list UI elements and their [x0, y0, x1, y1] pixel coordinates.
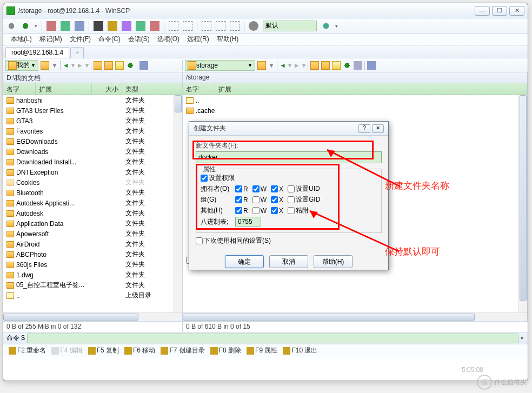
minimize-button[interactable]: — [475, 6, 490, 16]
list-item[interactable]: ..上级目录 [3, 290, 182, 301]
owner-w[interactable]: W [252, 185, 267, 193]
list-item[interactable]: 05_自控工程室电子签...文件夹 [3, 280, 182, 290]
scrollbar[interactable] [174, 95, 182, 312]
help-button[interactable]: 帮助(H) [314, 255, 353, 268]
home-icon[interactable] [332, 61, 341, 70]
scroll-thumb[interactable] [520, 95, 527, 301]
menu-local[interactable]: 本地(L) [8, 34, 35, 45]
scrollbar[interactable] [518, 95, 527, 312]
grid-icon-4[interactable] [216, 21, 225, 31]
tool-icon-6[interactable] [122, 21, 131, 31]
grid-icon-5[interactable] [230, 21, 240, 31]
new-session-tab[interactable]: + [70, 47, 84, 58]
transfer-preset-combo[interactable]: 默认 ▼ [263, 21, 317, 31]
tool-icon-7[interactable] [136, 21, 145, 31]
other-r[interactable]: R [235, 207, 248, 215]
sticky[interactable]: 粘附 [288, 206, 309, 215]
back-icon[interactable]: ◄ [280, 62, 286, 69]
local-drive-combo[interactable]: 我的▼ [5, 60, 38, 71]
refresh-icon[interactable] [343, 61, 351, 70]
fn-f2[interactable]: F2 重命名 [6, 345, 48, 356]
menu-command[interactable]: 命令(C) [95, 34, 124, 45]
sync-icon[interactable] [21, 21, 30, 31]
tool-icon-4[interactable] [94, 21, 103, 31]
col-ext[interactable]: 扩展 [36, 83, 92, 95]
fn-f9[interactable]: F9 属性 [244, 345, 280, 356]
session-tab[interactable]: root@192.168.1.4 [5, 47, 69, 58]
menu-options[interactable]: 选项(O) [154, 34, 183, 45]
setuid[interactable]: 设置UID [288, 184, 320, 194]
menu-file[interactable]: 文件(F) [66, 34, 94, 45]
tool-icon-3[interactable] [75, 21, 84, 31]
hscrollbar[interactable] [3, 312, 182, 321]
hscroll-thumb[interactable] [3, 314, 138, 321]
root-icon[interactable] [321, 61, 330, 70]
octal-input[interactable] [235, 217, 261, 227]
list-item[interactable]: Favorites文件夹 [3, 126, 182, 136]
owner-x[interactable]: X [271, 185, 283, 193]
menu-remote[interactable]: 远程(R) [184, 34, 212, 45]
remote-drive-combo[interactable]: storage▼ [185, 60, 255, 71]
tool-icon-2[interactable] [61, 21, 70, 31]
setgid[interactable]: 设置GID [288, 195, 320, 204]
list-item[interactable]: Application Data文件夹 [3, 218, 182, 229]
folder-name-input[interactable] [196, 151, 382, 163]
remember-checkbox[interactable]: 下次使用相同的设置(S) [196, 236, 382, 245]
grid-icon-2[interactable] [183, 21, 192, 31]
fn-f7[interactable]: F7 创建目录 [158, 345, 207, 356]
back-icon[interactable]: ◄ [63, 62, 69, 69]
list-item[interactable]: Apowersoft文件夹 [3, 229, 182, 239]
list-item[interactable]: Bluetooth文件夹 [3, 188, 182, 198]
list-item[interactable]: Downloads文件夹 [3, 146, 182, 157]
open-folder-icon[interactable] [41, 61, 49, 70]
list-item[interactable]: Autodesk文件夹 [3, 208, 182, 218]
hscroll-thumb[interactable] [183, 314, 475, 321]
list-item[interactable]: EGDownloads文件夹 [3, 136, 182, 146]
list-item[interactable]: Downloaded Install...文件夹 [3, 157, 182, 167]
close-button[interactable]: ✕ [509, 6, 524, 16]
hscrollbar[interactable] [183, 312, 527, 321]
set-permissions-checkbox[interactable]: 设置权限 [201, 174, 377, 183]
grid-icon-3[interactable] [202, 21, 211, 31]
scroll-thumb[interactable] [175, 95, 182, 112]
dialog-help-button[interactable]: ? [358, 124, 370, 133]
col-name[interactable]: 名字 [183, 83, 215, 95]
parent-icon[interactable] [310, 61, 319, 70]
list-item[interactable]: DNTException文件夹 [3, 167, 182, 177]
list-item[interactable]: Cookies文件夹 [3, 177, 182, 188]
home-icon[interactable] [115, 61, 124, 70]
list-item[interactable]: 360js Files文件夹 [3, 259, 182, 270]
open-folder-icon[interactable] [257, 61, 266, 70]
list-item[interactable]: .cache [183, 105, 527, 116]
menu-session[interactable]: 会话(S) [125, 34, 153, 45]
find-icon[interactable] [354, 61, 362, 70]
list-item[interactable]: 1.dwg文件夹 [3, 270, 182, 280]
owner-r[interactable]: R [235, 185, 248, 193]
list-item[interactable]: hanboshi文件夹 [3, 95, 182, 105]
fn-f8[interactable]: F8 删除 [208, 345, 243, 356]
fn-f4[interactable]: F4 编辑 [49, 345, 84, 356]
menu-mark[interactable]: 标记(M) [36, 34, 65, 45]
group-r[interactable]: R [235, 196, 248, 204]
group-w[interactable]: W [252, 196, 267, 204]
list-item[interactable]: AirDroid文件夹 [3, 239, 182, 249]
globe-icon[interactable] [321, 21, 331, 31]
tool-icon-5[interactable] [108, 21, 117, 31]
fwd-icon[interactable]: ► [77, 62, 83, 69]
maximize-button[interactable]: ☐ [492, 6, 507, 16]
fn-f10[interactable]: F10 退出 [281, 345, 320, 356]
col-name[interactable]: 名字 [3, 83, 36, 95]
col-type[interactable]: 类型 [122, 83, 182, 95]
root-icon[interactable] [104, 61, 113, 70]
gear-icon[interactable] [6, 21, 16, 31]
dialog-close-button[interactable]: ✕ [372, 124, 384, 133]
fwd-icon[interactable]: ► [294, 62, 300, 69]
list-item[interactable]: ABCPhoto文件夹 [3, 249, 182, 259]
ok-button[interactable]: 确定 [225, 255, 264, 268]
refresh-icon[interactable] [126, 61, 135, 70]
grid-icon-1[interactable] [169, 21, 178, 31]
fn-f6[interactable]: F6 移动 [122, 345, 157, 356]
fn-f5[interactable]: F5 复制 [86, 345, 121, 356]
tree-icon[interactable] [139, 61, 148, 70]
col-size[interactable]: 大小 [92, 83, 122, 95]
